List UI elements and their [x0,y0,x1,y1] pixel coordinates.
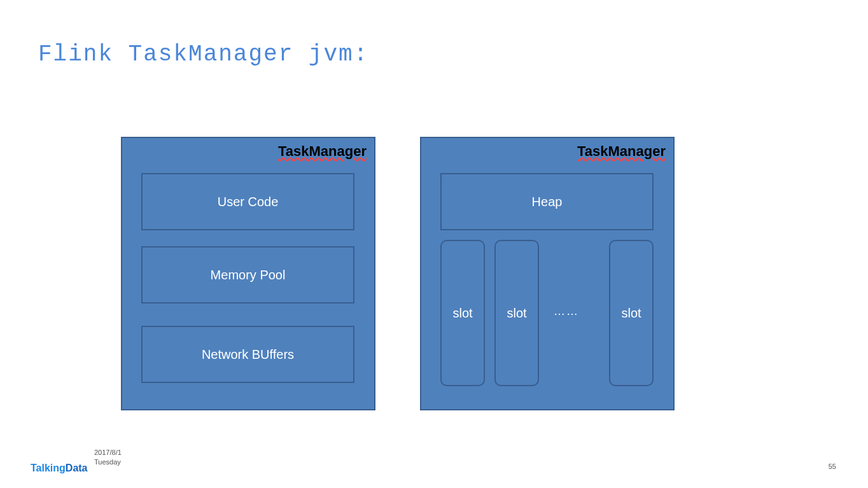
logo-part1: Talking [31,463,66,473]
footer-logo: TalkingData [31,463,88,474]
day-value: Tuesday [94,457,122,466]
slot-box-1: slot [440,240,485,386]
page-number: 55 [829,463,836,470]
slot-box-2: slot [494,240,539,386]
footer-date: 2017/8/1 Tuesday [94,448,122,466]
taskmanager-box-right: TaskManager Heap slot slot …… slot [420,137,675,410]
heap-box: Heap [440,173,654,230]
memory-pool-box: Memory Pool [141,246,354,303]
user-code-box: User Code [141,173,354,230]
network-buffers-box: Network BUffers [141,326,354,383]
diagram-container: TaskManager User Code Memory Pool Networ… [121,137,675,410]
date-value: 2017/8/1 [94,448,122,457]
taskmanager-box-left: TaskManager User Code Memory Pool Networ… [121,137,375,410]
box-label-right: TaskManager [577,143,666,160]
box-label-left: TaskManager [278,143,367,160]
ellipsis: …… [554,305,579,318]
slide-title: Flink TaskManager jvm: [38,41,368,67]
logo-part2: Data [66,463,88,473]
slot-box-3: slot [609,240,654,386]
